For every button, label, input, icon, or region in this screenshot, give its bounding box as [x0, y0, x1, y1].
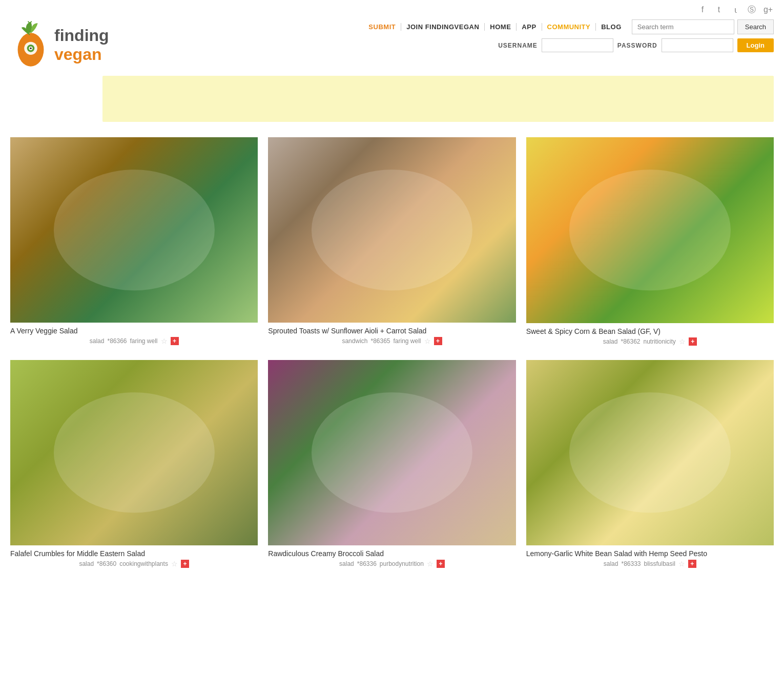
- food-author: blissfulbasil: [644, 560, 675, 567]
- food-title: Sprouted Toasts w/ Sunflower Aioli + Car…: [268, 327, 515, 335]
- food-author: faring well: [130, 337, 158, 345]
- favorite-star-icon[interactable]: ☆: [678, 560, 685, 568]
- food-meta: salad *86333 blissfulbasil ☆ +: [526, 560, 774, 568]
- favorite-star-icon[interactable]: ☆: [424, 337, 431, 345]
- food-image[interactable]: [10, 137, 258, 323]
- food-id: *86362: [621, 338, 640, 345]
- logo-area: finding vegan: [10, 19, 123, 71]
- food-tag: salad: [603, 338, 618, 345]
- nav-area: SUBMIT JOIN FINDINGVEGAN HOME APP COMMUN…: [368, 19, 774, 34]
- food-tag: salad: [604, 560, 618, 567]
- food-id: *86366: [107, 337, 127, 345]
- favorite-star-icon[interactable]: ☆: [427, 560, 434, 568]
- stumbleupon-icon[interactable]: Ⓢ: [746, 4, 757, 15]
- favorite-star-icon[interactable]: ☆: [161, 337, 168, 345]
- food-title: Falafel Crumbles for Middle Eastern Sala…: [10, 549, 258, 558]
- login-area: USERNAME PASSWORD Login: [498, 38, 774, 52]
- food-card: Rawdiculous Creamy Broccoli Salad salad …: [268, 360, 515, 570]
- food-info: A Verry Veggie Salad salad *86366 faring…: [10, 323, 258, 347]
- food-tag: sandwich: [342, 337, 367, 345]
- food-meta: salad *86360 cookingwithplants ☆ +: [10, 560, 258, 568]
- logo-finding: finding: [54, 26, 109, 45]
- food-info: Rawdiculous Creamy Broccoli Salad salad …: [268, 545, 515, 570]
- food-card: A Verry Veggie Salad salad *86366 faring…: [10, 137, 258, 348]
- food-image[interactable]: [10, 360, 258, 545]
- password-input[interactable]: [662, 38, 733, 52]
- food-meta: salad *86366 faring well ☆ +: [10, 337, 258, 345]
- logo-text: finding vegan: [54, 26, 109, 64]
- food-id: *86365: [370, 337, 390, 345]
- food-card: Sweet & Spicy Corn & Bean Salad (GF, V) …: [526, 137, 774, 348]
- food-id: *86333: [621, 560, 641, 567]
- search-button[interactable]: Search: [737, 19, 774, 34]
- food-meta: salad *86362 nutritionicity ☆ +: [526, 337, 774, 346]
- food-author: purbodynutrition: [380, 560, 424, 567]
- add-icon[interactable]: +: [434, 337, 442, 345]
- search-input[interactable]: [632, 19, 734, 34]
- food-title: Sweet & Spicy Corn & Bean Salad (GF, V): [526, 327, 774, 335]
- food-grid: A Verry Veggie Salad salad *86366 faring…: [10, 137, 774, 570]
- add-icon[interactable]: +: [688, 560, 696, 568]
- add-icon[interactable]: +: [689, 337, 697, 346]
- food-card: Falafel Crumbles for Middle Eastern Sala…: [10, 360, 258, 570]
- logo-vegan: vegan: [54, 45, 109, 64]
- food-info: Sweet & Spicy Corn & Bean Salad (GF, V) …: [526, 323, 774, 348]
- facebook-icon[interactable]: f: [697, 4, 708, 15]
- food-author: cookingwithplants: [119, 560, 168, 567]
- food-info: Sprouted Toasts w/ Sunflower Aioli + Car…: [268, 323, 515, 347]
- username-label: USERNAME: [498, 42, 538, 49]
- add-icon[interactable]: +: [171, 337, 179, 345]
- food-image[interactable]: [268, 137, 515, 323]
- food-tag: salad: [339, 560, 354, 567]
- food-tag: salad: [79, 560, 94, 567]
- banner-ad: [102, 76, 774, 122]
- nav-join[interactable]: JOIN FINDINGVEGAN: [401, 23, 485, 31]
- password-label: PASSWORD: [617, 42, 657, 49]
- nav-app[interactable]: APP: [517, 23, 542, 31]
- nav-submit[interactable]: SUBMIT: [368, 23, 401, 31]
- food-info: Falafel Crumbles for Middle Eastern Sala…: [10, 545, 258, 570]
- food-title: Lemony-Garlic White Bean Salad with Hemp…: [526, 549, 774, 558]
- food-info: Lemony-Garlic White Bean Salad with Hemp…: [526, 545, 774, 570]
- social-bar: f t ɩ Ⓢ g+: [0, 0, 784, 19]
- food-tag: salad: [90, 337, 105, 345]
- food-title: Rawdiculous Creamy Broccoli Salad: [268, 549, 515, 558]
- username-input[interactable]: [542, 38, 613, 52]
- food-meta: sandwich *86365 faring well ☆ +: [268, 337, 515, 345]
- food-author: nutritionicity: [644, 338, 676, 345]
- nav-home[interactable]: HOME: [485, 23, 517, 31]
- add-icon[interactable]: +: [181, 560, 189, 568]
- search-area: Search: [632, 19, 774, 34]
- food-meta: salad *86336 purbodynutrition ☆ +: [268, 560, 515, 568]
- food-title: A Verry Veggie Salad: [10, 327, 258, 335]
- food-card: Sprouted Toasts w/ Sunflower Aioli + Car…: [268, 137, 515, 348]
- twitter-icon[interactable]: t: [713, 4, 725, 15]
- header-right: SUBMIT JOIN FINDINGVEGAN HOME APP COMMUN…: [133, 19, 774, 52]
- food-image[interactable]: [526, 360, 774, 546]
- googleplus-icon[interactable]: g+: [762, 4, 774, 15]
- favorite-star-icon[interactable]: ☆: [171, 560, 178, 568]
- favorite-star-icon[interactable]: ☆: [679, 337, 686, 346]
- logo-image: [10, 19, 51, 71]
- login-button[interactable]: Login: [737, 38, 774, 52]
- main-content: A Verry Veggie Salad salad *86366 faring…: [0, 132, 784, 585]
- food-card: Lemony-Garlic White Bean Salad with Hemp…: [526, 360, 774, 570]
- food-image[interactable]: [268, 360, 515, 545]
- svg-point-5: [30, 48, 32, 50]
- food-id: *86336: [357, 560, 377, 567]
- food-image[interactable]: [526, 137, 774, 323]
- header: finding vegan SUBMIT JOIN FINDINGVEGAN H…: [0, 19, 784, 76]
- nav-blog[interactable]: BLOG: [596, 23, 627, 31]
- food-author: faring well: [394, 337, 421, 345]
- add-icon[interactable]: +: [437, 560, 445, 568]
- food-id: *86360: [97, 560, 116, 567]
- nav-community[interactable]: COMMUNITY: [542, 23, 596, 31]
- instagram-icon[interactable]: ɩ: [730, 4, 741, 15]
